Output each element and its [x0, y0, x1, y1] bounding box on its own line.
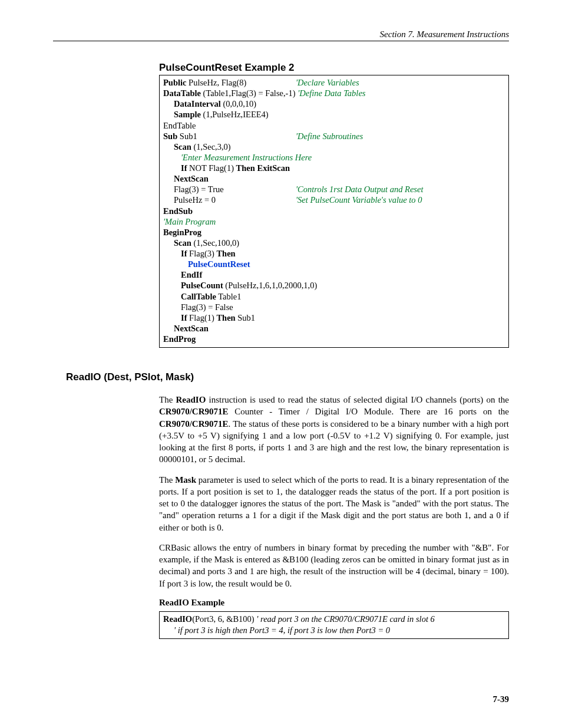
code-comment: 'Controls 1rst Data Output and Reset	[296, 185, 423, 194]
code-text: Flag(3) = False	[181, 302, 233, 312]
kw-datainterval: DataInterval	[174, 99, 221, 108]
code-text: NOT Flag(1)	[187, 163, 236, 173]
term-cr9070: CR9070/CR9071E	[159, 419, 229, 429]
kw-then-exitscan: Then ExitScan	[236, 163, 290, 173]
kw-nextscan: NextScan	[174, 174, 209, 183]
kw-pulsecount: PulseCount	[181, 281, 223, 290]
kw-pulsecountreset: PulseCountReset	[188, 259, 250, 269]
code-comment: 'Main Program	[163, 217, 216, 226]
code-text: PulseHz, Flag(8)	[186, 78, 246, 87]
kw-datatable: DataTable	[163, 88, 201, 98]
kw-endprog: EndProg	[163, 334, 196, 344]
kw-endif: EndIf	[181, 270, 202, 279]
text: parameter is used to select which of the…	[159, 475, 509, 532]
code-text: (0,0,0,10)	[221, 99, 256, 108]
text: The	[159, 475, 175, 485]
code-text: Sub1	[236, 313, 255, 322]
kw-calltable: CallTable	[181, 292, 216, 301]
code-text: Sub1	[177, 131, 197, 141]
readio-example-box: ReadIO(Port3, 6, &B100) ' read port 3 on…	[159, 611, 509, 639]
text: The	[159, 395, 176, 404]
text: Counter - Timer / Digital I/O Module. Th…	[229, 407, 509, 416]
kw-scan: Scan	[174, 238, 191, 248]
code-text: EndTable	[163, 120, 505, 131]
code-comment: 'Enter Measurement Instructions Here	[181, 153, 312, 162]
readio-example-heading: ReadIO Example	[159, 598, 509, 608]
kw-then: Then	[216, 313, 235, 322]
page-number: 7-39	[493, 694, 510, 704]
code-text: (PulseHz,1,6,1,0,2000,1,0)	[223, 281, 318, 290]
code-text: Table1	[216, 292, 242, 301]
code-comment: 'Define Data Tables	[296, 88, 366, 98]
kw-if: If	[181, 163, 187, 173]
kw-scan: Scan	[174, 142, 191, 151]
kw-then: Then	[216, 249, 235, 258]
code-text: (1,Sec,100,0)	[191, 238, 239, 248]
kw-public: Public	[163, 78, 186, 87]
code-comment: ' if port 3 is high then Port3 = 4, if p…	[174, 625, 390, 635]
kw-readio: ReadIO	[163, 614, 192, 624]
term-mask: Mask	[175, 475, 196, 485]
paragraph: The Mask parameter is used to select whi…	[159, 474, 509, 533]
code-example-box: Public PulseHz, Flag(8) 'Declare Variabl…	[159, 75, 509, 348]
code-text: Flag(3) = True	[174, 185, 224, 194]
term-readio: ReadIO	[176, 395, 206, 404]
code-comment: 'Set PulseCount Variable's value to 0	[296, 195, 422, 205]
code-text: PulseHz = 0	[174, 195, 216, 205]
example-title: PulseCountReset Example 2	[159, 62, 509, 74]
code-text: (Port3, 6, &B100)	[192, 614, 256, 624]
code-text: (1,PulseHz,IEEE4)	[201, 110, 269, 119]
kw-beginprog: BeginProg	[163, 228, 201, 237]
code-text: Flag(1)	[187, 313, 216, 322]
kw-sample: Sample	[174, 110, 201, 119]
code-text: (1,Sec,3,0)	[191, 142, 231, 151]
code-text: Flag(3)	[187, 249, 216, 258]
kw-if: If	[181, 313, 187, 322]
code-comment: 'Declare Variables	[296, 78, 359, 87]
paragraph: The ReadIO instruction is used to read t…	[159, 394, 509, 466]
code-comment: ' read port 3 on the CR9070/CR9071E card…	[256, 614, 435, 624]
code-text: (Table1,Flag(3) = False,-1)	[201, 88, 296, 98]
section-heading-readio: ReadIO (Dest, PSlot, Mask)	[66, 371, 509, 383]
kw-nextscan: NextScan	[174, 324, 209, 333]
code-comment: 'Define Subroutines	[296, 131, 363, 141]
kw-if: If	[181, 249, 187, 258]
paragraph: CRBasic allows the entry of numbers in b…	[159, 542, 509, 589]
kw-endsub: EndSub	[163, 206, 193, 216]
kw-sub: Sub	[163, 131, 177, 141]
running-header: Section 7. Measurement Instructions	[53, 29, 509, 41]
term-cr9070: CR9070/CR9071E	[159, 407, 229, 416]
text: instruction is used to read the status o…	[206, 395, 509, 404]
